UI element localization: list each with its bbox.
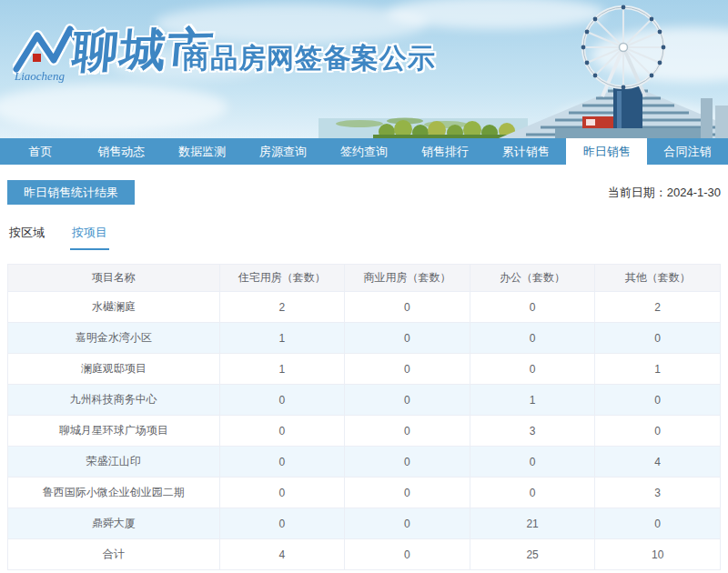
commercial-count-cell: 0 [345, 447, 470, 478]
table-row: 澜庭观邸项目1001 [8, 354, 721, 385]
other-count-cell: 0 [595, 508, 721, 539]
project-name-cell: 鼎舜大厦 [8, 508, 220, 539]
banner: Liaocheng 聊城市 商品房网签备案公示 [0, 0, 728, 138]
view-tabs: 按区域按项目 [7, 225, 721, 250]
residential-count-cell: 0 [219, 385, 345, 416]
view-tab-0[interactable]: 按区域 [7, 225, 46, 250]
table-row: 水樾澜庭2002 [8, 292, 721, 323]
residential-count-cell: 1 [219, 323, 345, 354]
nav-item-8[interactable]: 合同注销 [647, 138, 728, 165]
project-name-cell: 澜庭观邸项目 [8, 354, 220, 385]
residential-count-cell: 2 [219, 292, 345, 323]
column-header-3: 办公（套数） [470, 265, 595, 292]
nav-item-5[interactable]: 销售排行 [404, 138, 485, 165]
office-count-cell: 21 [470, 508, 595, 539]
office-count-cell: 0 [470, 447, 595, 478]
other-count-cell: 3 [595, 478, 721, 508]
nav-item-4[interactable]: 签约查询 [324, 138, 405, 165]
nav-item-0[interactable]: 首页 [0, 138, 81, 165]
commercial-count-cell: 0 [345, 478, 470, 508]
commercial-count-cell: 0 [345, 539, 470, 570]
other-count-cell: 2 [595, 292, 721, 323]
office-count-cell: 1 [470, 385, 595, 416]
commercial-count-cell: 0 [345, 323, 470, 354]
column-header-2: 商业用房（套数） [345, 265, 470, 292]
residential-count-cell: 0 [219, 478, 345, 508]
column-header-1: 住宅用房（套数） [219, 265, 345, 292]
office-count-cell: 3 [470, 416, 595, 447]
nav-item-2[interactable]: 数据监测 [162, 138, 243, 165]
nav-item-3[interactable]: 房源查询 [243, 138, 324, 165]
commercial-count-cell: 0 [345, 416, 470, 447]
residential-count-cell: 1 [219, 354, 345, 385]
commercial-count-cell: 0 [345, 508, 470, 539]
commercial-count-cell: 0 [345, 354, 470, 385]
other-count-cell: 0 [595, 385, 721, 416]
table-row: 荣盛江山印0004 [8, 447, 721, 478]
main-nav: 首页销售动态数据监测房源查询签约查询销售排行累计销售昨日销售合同注销 [0, 138, 728, 165]
table-row: 鲁西国际小微企业创业园二期0003 [8, 478, 721, 508]
project-name-cell: 聊城月星环球广场项目 [8, 416, 220, 447]
other-count-cell: 0 [595, 323, 721, 354]
residential-count-cell: 0 [219, 508, 345, 539]
commercial-count-cell: 0 [345, 292, 470, 323]
nav-item-6[interactable]: 累计销售 [485, 138, 566, 165]
other-count-cell: 4 [595, 447, 721, 478]
office-count-cell: 0 [470, 323, 595, 354]
project-name-cell: 合计 [8, 539, 220, 570]
current-date-label: 当前日期： [608, 186, 667, 199]
current-date: 当前日期：2024-1-30 [608, 185, 721, 201]
logo-subtitle: Liaocheng [14, 69, 65, 83]
project-name-cell: 九州科技商务中心 [8, 385, 220, 416]
banner-title-main: 商品房网签备案公示 [182, 40, 436, 77]
office-count-cell: 0 [470, 292, 595, 323]
other-count-cell: 1 [595, 354, 721, 385]
other-count-cell: 10 [595, 539, 721, 570]
column-header-4: 其他（套数） [595, 265, 721, 292]
table-total-row: 合计402510 [8, 539, 721, 570]
table-row: 鼎舜大厦00210 [8, 508, 721, 539]
office-count-cell: 25 [470, 539, 595, 570]
residential-count-cell: 0 [219, 447, 345, 478]
project-name-cell: 嘉明金水湾小区 [8, 323, 220, 354]
table-row: 聊城月星环球广场项目0030 [8, 416, 721, 447]
table-row: 嘉明金水湾小区1000 [8, 323, 721, 354]
commercial-count-cell: 0 [345, 385, 470, 416]
section-title-badge: 昨日销售统计结果 [7, 180, 135, 205]
residential-count-cell: 0 [219, 416, 345, 447]
table-row: 九州科技商务中心0010 [8, 385, 721, 416]
current-date-value: 2024-1-30 [667, 186, 721, 199]
view-tab-1[interactable]: 按项目 [70, 225, 109, 250]
nav-item-1[interactable]: 销售动态 [81, 138, 162, 165]
other-count-cell: 0 [595, 416, 721, 447]
office-count-cell: 0 [470, 478, 595, 508]
nav-item-7[interactable]: 昨日销售 [566, 138, 647, 165]
residential-count-cell: 4 [219, 539, 345, 570]
column-header-0: 项目名称 [8, 265, 220, 292]
toolbar: 昨日销售统计结果 当前日期：2024-1-30 [7, 180, 721, 205]
office-count-cell: 0 [470, 354, 595, 385]
project-name-cell: 水樾澜庭 [8, 292, 220, 323]
project-name-cell: 荣盛江山印 [8, 447, 220, 478]
table-header-row: 项目名称住宅用房（套数）商业用房（套数）办公（套数）其他（套数） [8, 265, 721, 292]
project-name-cell: 鲁西国际小微企业创业园二期 [8, 478, 220, 508]
content-area: 昨日销售统计结果 当前日期：2024-1-30 按区域按项目 项目名称住宅用房（… [0, 180, 728, 570]
sales-table: 项目名称住宅用房（套数）商业用房（套数）办公（套数）其他（套数） 水樾澜庭200… [7, 264, 721, 570]
